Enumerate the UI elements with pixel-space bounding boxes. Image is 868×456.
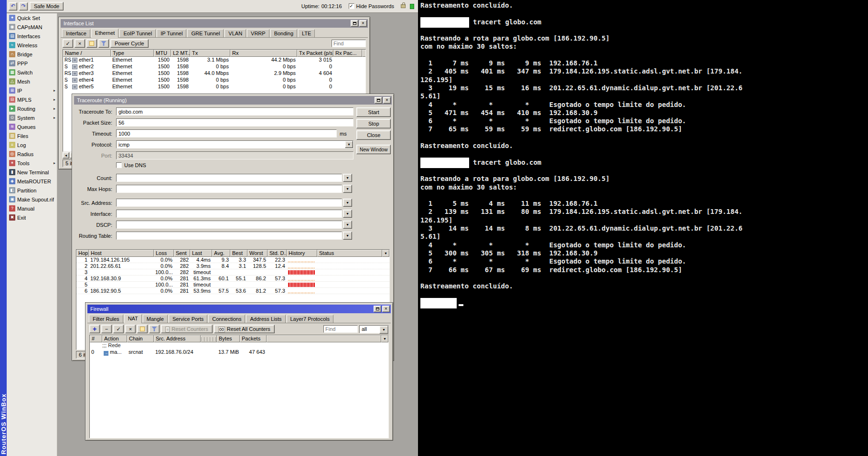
- column-header-name[interactable]: Name /: [63, 50, 111, 57]
- sidebar-item-mesh[interactable]: △Mesh: [7, 77, 57, 86]
- sidebar-item-files[interactable]: ▥Files: [7, 131, 57, 140]
- column-header-rx[interactable]: Rx: [230, 50, 297, 57]
- src-address-input[interactable]: [116, 199, 342, 207]
- tab-bonding[interactable]: Bonding: [270, 29, 297, 37]
- column-header-tx-packet-p-s[interactable]: Tx Packet (p/s): [297, 50, 333, 57]
- column-header-type[interactable]: Type: [111, 50, 154, 57]
- interface-row[interactable]: RSether1Ethernet150015983.1 Mbps44.2 Mbp…: [63, 57, 365, 64]
- column-header-fill[interactable]: [362, 50, 366, 57]
- comment-button[interactable]: [86, 39, 97, 48]
- sidebar-item-make-supout-rif[interactable]: ▣Make Supout.rif: [7, 195, 57, 204]
- column-header-chain[interactable]: Chain: [127, 335, 154, 342]
- nat-comment-row[interactable]: ;;; Rede: [90, 342, 388, 349]
- interface-row[interactable]: Sether2Ethernet150015980 bps0 bps0: [63, 64, 365, 70]
- column-header-l2-mt[interactable]: L2 MT...: [171, 50, 190, 57]
- column-header-packets[interactable]: Packets: [240, 335, 267, 342]
- tab-gre-tunnel[interactable]: GRE Tunnel: [187, 29, 224, 37]
- interface-input[interactable]: [116, 210, 342, 218]
- count-dropdown-icon[interactable]: ▼: [343, 174, 352, 182]
- power-cycle-button[interactable]: Power Cycle: [110, 39, 149, 48]
- column-header-worst[interactable]: Worst: [247, 250, 268, 257]
- sidebar-item-wireless[interactable]: ≈Wireless: [7, 41, 57, 50]
- sidebar-item-ppp[interactable]: ⇄PPP: [7, 59, 57, 68]
- maximize-button[interactable]: [375, 97, 382, 104]
- command-prompt-window[interactable]: Rastreamento concluído.tracert globo.com…: [418, 0, 868, 456]
- reset-counters-button[interactable]: ≡Reset Counters: [161, 325, 213, 333]
- sidebar-item-new-terminal[interactable]: ▮New Terminal: [7, 168, 57, 177]
- sidebar-item-partition[interactable]: ◧Partition: [7, 186, 57, 195]
- column-header-last[interactable]: Last: [190, 250, 212, 257]
- hop-row[interactable]: 5100.0...281timeout: [76, 282, 389, 288]
- hop-row[interactable]: 3100.0...282timeout: [76, 269, 389, 276]
- column-header-tx[interactable]: Tx: [190, 50, 230, 57]
- count-input[interactable]: [116, 174, 342, 182]
- filter-button[interactable]: [98, 39, 109, 48]
- column-header-sent[interactable]: Sent: [174, 250, 190, 257]
- tab-lte[interactable]: LTE: [298, 29, 315, 37]
- firewall-titlebar[interactable]: Firewall ×: [87, 305, 391, 313]
- column-header-best[interactable]: Best: [230, 250, 247, 257]
- undo-button[interactable]: ↶: [9, 2, 17, 11]
- sidebar-item-radius[interactable]: ◎Radius: [7, 149, 57, 159]
- disable-button[interactable]: ×: [75, 39, 85, 48]
- stop-button[interactable]: Stop: [356, 119, 391, 128]
- hide-passwords-checkbox[interactable]: ✓: [349, 3, 354, 9]
- column-header-status[interactable]: Status: [317, 250, 382, 257]
- protocol-input[interactable]: [116, 140, 354, 148]
- tab-mangle[interactable]: Mangle: [143, 315, 168, 323]
- routing-table-input[interactable]: [116, 232, 342, 240]
- column-header-avg[interactable]: Avg.: [212, 250, 230, 257]
- tab-interface[interactable]: Interface: [62, 29, 90, 37]
- dscp-input[interactable]: [116, 221, 342, 229]
- tab-vlan[interactable]: VLAN: [225, 29, 246, 37]
- tab-connections[interactable]: Connections: [208, 315, 245, 323]
- protocol-select[interactable]: ▼: [116, 140, 354, 148]
- packet-size-input[interactable]: [116, 118, 354, 127]
- maximize-button[interactable]: [374, 306, 381, 312]
- interface-dropdown-icon[interactable]: ▼: [343, 210, 352, 218]
- sidebar-item-tools[interactable]: ✶Tools▸: [7, 159, 57, 168]
- sidebar-item-manual[interactable]: ?Manual: [7, 204, 57, 213]
- interface-row[interactable]: Sether5Ethernet150015980 bps0 bps0: [63, 84, 365, 90]
- column-header-history[interactable]: History: [287, 250, 317, 257]
- reset-all-counters-button[interactable]: 00Reset All Counters: [214, 325, 275, 333]
- close-button[interactable]: ×: [383, 97, 391, 104]
- sidebar-item-exit[interactable]: ✖Exit: [7, 213, 57, 222]
- src-address-dropdown-icon[interactable]: ▼: [343, 199, 352, 207]
- sidebar-item-switch[interactable]: ▦Switch: [7, 68, 57, 77]
- sidebar-item-system[interactable]: ⊙System▸: [7, 113, 57, 122]
- timeout-input[interactable]: [116, 129, 337, 138]
- close-button[interactable]: ×: [382, 306, 390, 312]
- enable-button[interactable]: ✓: [63, 39, 73, 48]
- tab-eoip-tunnel[interactable]: EoIP Tunnel: [119, 29, 156, 37]
- disable-button[interactable]: ×: [125, 325, 136, 333]
- hop-row[interactable]: 4192.168.30.90.0%28161.3ms60.155.186.257…: [76, 276, 389, 282]
- column-header-src-address[interactable]: Src. Address: [154, 335, 201, 342]
- maximize-button[interactable]: [351, 20, 358, 27]
- column-header-host[interactable]: Host: [89, 250, 154, 257]
- close-button[interactable]: ×: [359, 20, 367, 27]
- tab-service-ports[interactable]: Service Ports: [169, 315, 207, 323]
- sidebar-item-mpls[interactable]: ⊟MPLS▸: [7, 95, 57, 104]
- remove-rule-button[interactable]: −: [101, 325, 112, 333]
- tab-vrrp[interactable]: VRRP: [247, 29, 269, 37]
- column-header-rx-pac[interactable]: Rx Pac...: [333, 50, 362, 57]
- sidebar-item-routing[interactable]: ►Routing▸: [7, 104, 57, 113]
- find-input[interactable]: [332, 40, 366, 47]
- close-button[interactable]: Close: [356, 130, 391, 140]
- find-input[interactable]: [323, 325, 358, 333]
- tab-ip-tunnel[interactable]: IP Tunnel: [157, 29, 186, 37]
- safe-mode-button[interactable]: Safe Mode: [30, 2, 64, 11]
- interface-row[interactable]: RSether3Ethernet1500159844.0 Mbps2.9 Mbp…: [63, 70, 365, 77]
- new-window-button[interactable]: New Window: [356, 145, 391, 154]
- tab-address-lists[interactable]: Address Lists: [246, 315, 285, 323]
- sidebar-item-ip[interactable]: ⊞IP▸: [7, 86, 57, 95]
- interface-list-titlebar[interactable]: Interface List ×: [61, 19, 368, 28]
- sidebar-item-log[interactable]: ≡Log: [7, 140, 57, 149]
- column-header-mtu[interactable]: MTU: [154, 50, 171, 57]
- scroll-left-icon[interactable]: ◂: [63, 152, 69, 159]
- column-header-std-d[interactable]: Std. D...: [268, 250, 287, 257]
- collapsed-columns-header[interactable]: [201, 335, 217, 342]
- routing-table-dropdown-icon[interactable]: ▼: [343, 232, 352, 240]
- use-dns-checkbox[interactable]: [116, 162, 122, 168]
